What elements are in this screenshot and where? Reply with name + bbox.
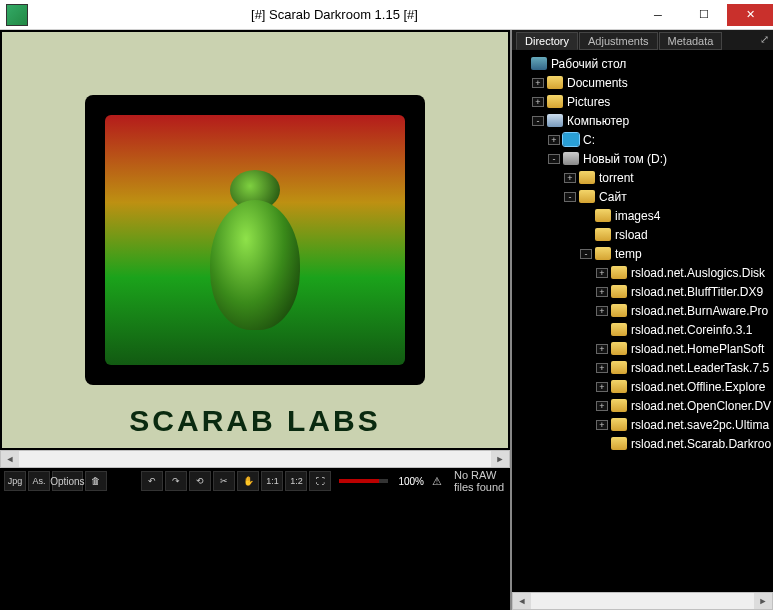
tree-node[interactable]: +rsload.net.BurnAware.Pro: [512, 301, 773, 320]
tree-label: rsload.net.OpenCloner.DV: [631, 399, 771, 413]
app-icon: [6, 4, 28, 26]
tab-adjustments[interactable]: Adjustments: [579, 32, 658, 50]
tree-node[interactable]: +rsload.net.BluffTitler.DX9: [512, 282, 773, 301]
expand-icon[interactable]: +: [564, 173, 576, 183]
undo-button[interactable]: ↶: [141, 471, 163, 491]
zoom-fit-button[interactable]: ⛶: [309, 471, 331, 491]
tree-node[interactable]: +rsload.net.LeaderTask.7.5: [512, 358, 773, 377]
tree-label: torrent: [599, 171, 634, 185]
tree-label: Documents: [567, 76, 628, 90]
tab-directory[interactable]: Directory: [516, 32, 578, 50]
expand-icon[interactable]: +: [596, 268, 608, 278]
redo-button[interactable]: ↷: [165, 471, 187, 491]
preview-area: SCARAB LABS: [0, 30, 510, 450]
panel-tabs: Directory Adjustments Metadata ⤢: [512, 30, 773, 50]
left-pane: SCARAB LABS ◄ ► Jpg As. Options 🗑 ↶ ↷ ⟲ …: [0, 30, 510, 610]
folder-icon: [547, 76, 563, 89]
scroll-right-icon[interactable]: ►: [491, 451, 509, 467]
tree-label: rsload.net.Scarab.Darkroo: [631, 437, 771, 451]
tree-node[interactable]: -temp: [512, 244, 773, 263]
tree-node[interactable]: Рабочий стол: [512, 54, 773, 73]
expand-icon[interactable]: +: [596, 306, 608, 316]
tree-node[interactable]: -Новый том (D:): [512, 149, 773, 168]
options-button[interactable]: Options: [52, 471, 83, 491]
status-text: No RAW files found: [454, 469, 506, 493]
tree-label: rsload.net.BurnAware.Pro: [631, 304, 768, 318]
minimize-button[interactable]: ─: [635, 4, 681, 26]
tree-label: rsload.net.Offline.Explore: [631, 380, 766, 394]
drive-icon: [563, 133, 579, 146]
tab-metadata[interactable]: Metadata: [659, 32, 723, 50]
tree-node[interactable]: rsload: [512, 225, 773, 244]
folder-icon: [595, 209, 611, 222]
folder-icon: [611, 266, 627, 279]
folder-icon: [611, 418, 627, 431]
collapse-icon[interactable]: -: [532, 116, 544, 126]
tree-label: Сайт: [599, 190, 627, 204]
directory-tree[interactable]: Рабочий стол+Documents+Pictures-Компьюте…: [512, 50, 773, 592]
title-bar: [#] Scarab Darkroom 1.15 [#] ─ ☐ ✕: [0, 0, 773, 30]
scroll-left-icon[interactable]: ◄: [513, 593, 531, 609]
right-pane: Directory Adjustments Metadata ⤢ Рабочий…: [510, 30, 773, 610]
export-jpg-button[interactable]: Jpg: [4, 471, 26, 491]
folder-icon: [579, 171, 595, 184]
zoom-slider[interactable]: [339, 479, 388, 483]
expand-icon[interactable]: +: [596, 344, 608, 354]
tree-node[interactable]: rsload.net.Coreinfo.3.1: [512, 320, 773, 339]
tree-node[interactable]: -Сайт: [512, 187, 773, 206]
collapse-icon[interactable]: -: [564, 192, 576, 202]
collapse-icon[interactable]: -: [548, 154, 560, 164]
expand-icon[interactable]: +: [596, 287, 608, 297]
pan-button[interactable]: ✋: [237, 471, 259, 491]
tree-node[interactable]: +rsload.net.Auslogics.Disk: [512, 263, 773, 282]
tree-node[interactable]: +rsload.net.save2pc.Ultima: [512, 415, 773, 434]
folder-icon: [595, 247, 611, 260]
tree-label: rsload: [615, 228, 648, 242]
close-button[interactable]: ✕: [727, 4, 773, 26]
desktop-icon: [531, 57, 547, 70]
folder-icon: [611, 437, 627, 450]
expand-icon[interactable]: +: [532, 97, 544, 107]
computer-icon: [547, 114, 563, 127]
rotate-button[interactable]: ⟲: [189, 471, 211, 491]
scroll-left-icon[interactable]: ◄: [1, 451, 19, 467]
tree-node[interactable]: +Documents: [512, 73, 773, 92]
delete-button[interactable]: 🗑: [85, 471, 107, 491]
tree-node[interactable]: +Pictures: [512, 92, 773, 111]
warning-icon[interactable]: ⚠: [432, 475, 442, 488]
folder-icon: [595, 228, 611, 241]
crop-button[interactable]: ✂: [213, 471, 235, 491]
expand-icon[interactable]: +: [596, 401, 608, 411]
tree-node[interactable]: rsload.net.Scarab.Darkroo: [512, 434, 773, 453]
tree-node[interactable]: +C:: [512, 130, 773, 149]
zoom-1-1-button[interactable]: 1:1: [261, 471, 283, 491]
expand-panel-icon[interactable]: ⤢: [760, 33, 769, 46]
scroll-right-icon[interactable]: ►: [754, 593, 772, 609]
folder-icon: [579, 190, 595, 203]
expand-icon[interactable]: +: [596, 382, 608, 392]
tree-node[interactable]: +rsload.net.OpenCloner.DV: [512, 396, 773, 415]
tree-node[interactable]: +rsload.net.Offline.Explore: [512, 377, 773, 396]
tree-node[interactable]: -Компьютер: [512, 111, 773, 130]
tree-node[interactable]: +rsload.net.HomePlanSoft: [512, 339, 773, 358]
expand-icon[interactable]: +: [596, 363, 608, 373]
export-as-button[interactable]: As.: [28, 471, 50, 491]
tree-node[interactable]: +torrent: [512, 168, 773, 187]
folder-icon: [611, 323, 627, 336]
tree-scrollbar[interactable]: ◄ ►: [512, 592, 773, 610]
tree-node[interactable]: images4: [512, 206, 773, 225]
tree-label: rsload.net.Coreinfo.3.1: [631, 323, 752, 337]
tree-label: rsload.net.BluffTitler.DX9: [631, 285, 763, 299]
expand-icon[interactable]: +: [548, 135, 560, 145]
zoom-1-2-button[interactable]: 1:2: [285, 471, 307, 491]
maximize-button[interactable]: ☐: [681, 4, 727, 26]
tree-label: images4: [615, 209, 660, 223]
tree-label: Pictures: [567, 95, 610, 109]
collapse-icon[interactable]: -: [580, 249, 592, 259]
folder-icon: [611, 399, 627, 412]
expand-icon[interactable]: +: [596, 420, 608, 430]
horizontal-scrollbar[interactable]: ◄ ►: [0, 450, 510, 468]
tree-label: rsload.net.Auslogics.Disk: [631, 266, 765, 280]
expand-icon[interactable]: +: [532, 78, 544, 88]
tree-label: Новый том (D:): [583, 152, 667, 166]
